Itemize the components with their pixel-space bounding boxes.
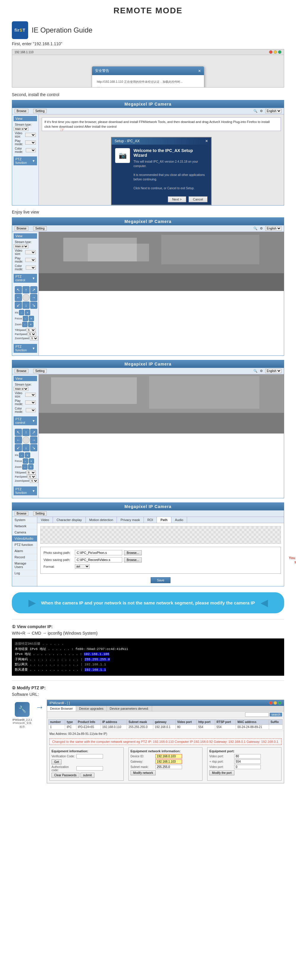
setting-btn[interactable]: Setting	[33, 109, 46, 113]
focus-far[interactable]: +	[29, 316, 34, 321]
setup-wizard-close[interactable]: ✕	[205, 139, 208, 143]
playmode-select-step4[interactable]	[25, 400, 36, 404]
photo-path-input[interactable]	[75, 550, 122, 555]
modify-port-btn[interactable]: Modify the port	[209, 770, 234, 775]
tab-video[interactable]: Video	[37, 517, 53, 523]
video-size-select[interactable]	[25, 133, 36, 137]
sidebar-videoaudio[interactable]: Video&Audio	[12, 536, 37, 542]
sidebar-log[interactable]: Log	[12, 570, 37, 576]
tab-path[interactable]: Path	[157, 517, 171, 523]
browse-btn-step5[interactable]: Browse	[14, 511, 29, 516]
ptz-dr-step4[interactable]: ↘	[30, 444, 37, 451]
ipwizard-max[interactable]	[278, 701, 282, 705]
tab-audio[interactable]: Audio	[171, 517, 187, 523]
verif-input[interactable]	[76, 754, 103, 759]
color-mode-select[interactable]	[26, 148, 36, 152]
ptz-up-right[interactable]: ↗	[30, 286, 37, 293]
ptz-r-step4[interactable]: →	[30, 436, 37, 444]
setting-btn-step3[interactable]: Setting	[33, 226, 46, 231]
tiltspeed-select[interactable]: 5	[27, 328, 36, 332]
browse-btn-step3[interactable]: Browse	[14, 226, 29, 231]
submit-btn[interactable]: submit	[80, 773, 94, 778]
tab-roi[interactable]: ROI	[144, 517, 157, 523]
ptz-down-right[interactable]: ↘	[30, 302, 37, 309]
panspeed-select[interactable]: 5	[28, 332, 36, 336]
ptz-d-step4[interactable]: ↓	[22, 444, 30, 451]
close-btn[interactable]	[269, 50, 273, 54]
cancel-btn[interactable]: Cancel	[189, 196, 208, 202]
next-btn[interactable]: Next >	[168, 196, 186, 202]
video-browse-btn[interactable]: Browse...	[124, 557, 142, 562]
stream-select-step4[interactable]: Main stream	[14, 387, 29, 391]
focus-near-2[interactable]: -	[23, 458, 28, 464]
get-button[interactable]: Get	[51, 759, 62, 764]
ptz-ur-step4[interactable]: ↗	[30, 429, 37, 436]
ptz-down[interactable]: ↓	[22, 302, 30, 309]
ipwizard-min[interactable]	[274, 701, 277, 705]
sidebar-manage-users[interactable]: Manage Users	[12, 560, 37, 570]
sidebar-alarm[interactable]: Alarm	[12, 548, 37, 554]
photo-browse-btn[interactable]: Browse...	[124, 550, 142, 555]
auth-input[interactable]	[76, 766, 103, 771]
ptz-up[interactable]: ↑	[22, 286, 30, 293]
ptz-left[interactable]: ←	[15, 294, 22, 301]
ptz-l-step4[interactable]: ←	[15, 436, 22, 444]
stream-type-select-step3[interactable]: Main stream	[14, 244, 29, 248]
colormode-select-step4[interactable]	[26, 408, 36, 412]
tiltspeed2[interactable]: 5	[27, 471, 36, 475]
iris-close-2[interactable]: -	[19, 452, 24, 458]
zoom-in-2[interactable]: +	[28, 464, 34, 469]
language-select[interactable]: English	[265, 109, 282, 113]
setting-btn-step4[interactable]: Setting	[33, 369, 46, 373]
play-mode-select-step3[interactable]	[25, 258, 36, 262]
ipwizard-tab-browser[interactable]: Device Browser	[47, 706, 76, 711]
stream-type-select[interactable]: Main stream	[14, 127, 29, 131]
ipwizard-tab-params[interactable]: Device parameters derved:	[107, 706, 152, 711]
sidebar-system[interactable]: System	[12, 517, 37, 523]
ipwizard-search-input[interactable]	[245, 713, 269, 717]
panspeed2[interactable]: 5	[28, 475, 36, 479]
clear-btn[interactable]: Clear Passwords	[51, 773, 79, 778]
language-select-step4[interactable]: English	[265, 369, 282, 373]
modify-network-btn[interactable]: Modify network	[131, 770, 156, 775]
minimize-btn[interactable]	[274, 50, 277, 54]
zoomspeed-select[interactable]: 5	[30, 336, 38, 340]
iris-close[interactable]: -	[19, 310, 24, 315]
video-size-select-step3[interactable]	[25, 250, 36, 254]
ipwizard-close[interactable]	[269, 701, 273, 705]
zoom-out-2[interactable]: -	[22, 464, 27, 469]
videosize-select-step4[interactable]	[25, 393, 36, 397]
save-button[interactable]: Save	[150, 577, 171, 583]
device-id-input[interactable]	[155, 754, 182, 759]
ptz-dl-step4[interactable]: ↙	[15, 444, 22, 451]
color-mode-select-step3[interactable]	[26, 266, 36, 270]
video-path-input[interactable]	[75, 557, 122, 562]
sidebar-network[interactable]: Network	[12, 523, 37, 529]
browse-btn[interactable]: Browse	[14, 109, 29, 113]
ptz-u-step4[interactable]: ↑	[22, 429, 30, 436]
ptz-ul-step4[interactable]: ↖	[15, 429, 22, 436]
iris-open[interactable]: +	[25, 310, 30, 315]
language-select-step3[interactable]: English	[265, 226, 282, 231]
tab-motion[interactable]: Motion detection	[86, 517, 117, 523]
ptz-up-left[interactable]: ↖	[15, 286, 22, 293]
http-port-input[interactable]	[234, 765, 261, 769]
ptz-down-left[interactable]: ↙	[15, 302, 22, 309]
tab-char-display[interactable]: Character display	[53, 517, 86, 523]
zoom-in[interactable]: +	[28, 322, 34, 327]
maximize-btn[interactable]	[278, 50, 282, 54]
zoom-out[interactable]: -	[22, 322, 27, 327]
browse-btn-step4[interactable]: Browse	[14, 369, 29, 373]
sidebar-camera[interactable]: Camera	[12, 529, 37, 536]
play-mode-select[interactable]	[25, 140, 36, 145]
tab-privacy[interactable]: Privacy mask	[117, 517, 144, 523]
ptz-right[interactable]: →	[30, 294, 37, 301]
dialog-close[interactable]: ✕	[198, 69, 201, 73]
zoomspeed2[interactable]: 5	[30, 479, 38, 483]
sidebar-record[interactable]: Record	[12, 554, 37, 560]
gateway-input2[interactable]	[155, 759, 182, 764]
iris-open-2[interactable]: +	[25, 452, 30, 458]
setting-btn-step5[interactable]: Setting	[33, 511, 46, 516]
sidebar-ptz[interactable]: PTZ function	[12, 542, 37, 548]
rtsp-port-input[interactable]	[234, 759, 261, 764]
